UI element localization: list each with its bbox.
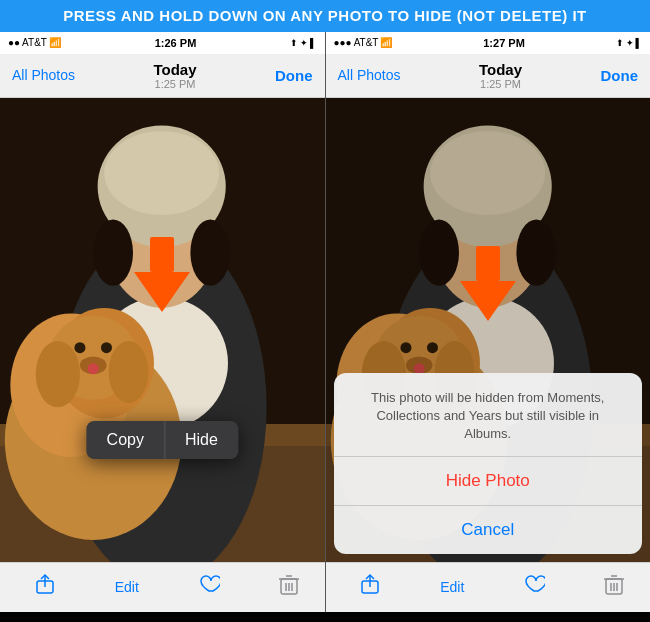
nav-title-right: Today (479, 61, 522, 78)
location-icon-left: ⬆ (290, 38, 298, 48)
svg-point-15 (109, 341, 149, 403)
share-icon-right[interactable] (351, 569, 389, 605)
share-icon-left[interactable] (26, 569, 64, 605)
cancel-button[interactable]: Cancel (334, 506, 643, 554)
status-left-right: ●●● AT&T 📶 (334, 37, 393, 48)
nav-center-right: Today 1:25 PM (479, 61, 522, 90)
time-left: 1:26 PM (155, 37, 197, 49)
photo-image-left (0, 98, 325, 562)
toolbar-right: Edit (326, 562, 651, 612)
signal-dots-left: ●● (8, 37, 20, 48)
arrow-left-panel (134, 237, 190, 312)
alert-box: This photo will be hidden from Moments, … (334, 373, 643, 554)
copy-button[interactable]: Copy (87, 421, 164, 459)
nav-center-left: Today 1:25 PM (153, 61, 196, 90)
toolbar-left: Edit (0, 562, 325, 612)
nav-back-left[interactable]: All Photos (12, 67, 75, 83)
status-bar-left: ●● AT&T 📶 1:26 PM ⬆ ✦ ▌ (0, 32, 325, 54)
svg-point-16 (74, 342, 85, 353)
nav-subtitle-left: 1:25 PM (153, 78, 196, 90)
svg-point-7 (104, 131, 219, 215)
bluetooth-icon-right: ✦ (626, 38, 634, 48)
left-panel: ●● AT&T 📶 1:26 PM ⬆ ✦ ▌ All Photos Today… (0, 32, 325, 612)
arrow-right-panel (460, 246, 516, 321)
photo-area-right: This photo will be hidden from Moments, … (326, 98, 651, 562)
nav-bar-left: All Photos Today 1:25 PM Done (0, 54, 325, 98)
battery-icon-left: ▌ (310, 38, 316, 48)
heart-icon-left[interactable] (190, 569, 228, 605)
photo-area-left: Copy Hide (0, 98, 325, 562)
svg-point-19 (88, 363, 99, 374)
svg-point-14 (36, 341, 80, 407)
svg-point-9 (190, 219, 230, 285)
location-icon-right: ⬆ (616, 38, 624, 48)
trash-icon-left[interactable] (279, 574, 299, 601)
nav-bar-right: All Photos Today 1:25 PM Done (326, 54, 651, 98)
wifi-icon-left: 📶 (49, 37, 61, 48)
wifi-icon-right: 📶 (380, 37, 392, 48)
nav-back-right[interactable]: All Photos (338, 67, 401, 83)
nav-title-left: Today (153, 61, 196, 78)
nav-done-right[interactable]: Done (600, 67, 638, 84)
carrier-right: AT&T (354, 37, 379, 48)
edit-button-right[interactable]: Edit (440, 579, 464, 595)
status-right-right: ⬆ ✦ ▌ (616, 38, 642, 48)
status-left: ●● AT&T 📶 (8, 37, 61, 48)
edit-button-left[interactable]: Edit (115, 579, 139, 595)
time-right: 1:27 PM (483, 37, 525, 49)
battery-icon-right: ▌ (636, 38, 642, 48)
carrier-left: AT&T (22, 37, 47, 48)
heart-icon-right[interactable] (515, 569, 553, 605)
bluetooth-icon-left: ✦ (300, 38, 308, 48)
nav-done-left[interactable]: Done (275, 67, 313, 84)
trash-icon-right[interactable] (604, 574, 624, 601)
alert-message: This photo will be hidden from Moments, … (334, 373, 643, 457)
signal-dots-right: ●●● (334, 37, 352, 48)
hide-photo-button[interactable]: Hide Photo (334, 457, 643, 506)
status-bar-right: ●●● AT&T 📶 1:27 PM ⬆ ✦ ▌ (326, 32, 651, 54)
alert-dialog: This photo will be hidden from Moments, … (326, 373, 651, 562)
right-panel: ●●● AT&T 📶 1:27 PM ⬆ ✦ ▌ All Photos Toda… (326, 32, 651, 612)
instruction-banner: PRESS AND HOLD DOWN ON ANY PHOTO TO HIDE… (0, 0, 650, 32)
svg-point-17 (101, 342, 112, 353)
svg-point-8 (93, 219, 133, 285)
status-right-left: ⬆ ✦ ▌ (290, 38, 316, 48)
nav-subtitle-right: 1:25 PM (479, 78, 522, 90)
context-menu: Copy Hide (87, 421, 238, 459)
hide-button[interactable]: Hide (165, 421, 238, 459)
